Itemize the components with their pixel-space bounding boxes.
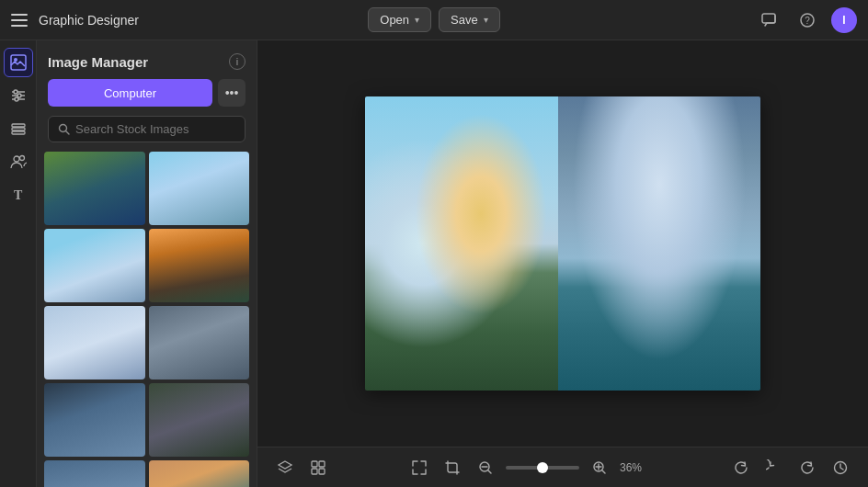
svg-text:?: ? — [805, 16, 810, 26]
history-icon — [832, 459, 849, 476]
expand-icon — [411, 459, 428, 476]
panel-info-button[interactable]: i — [229, 53, 246, 70]
undo-icon — [766, 459, 782, 476]
zoom-out-icon — [478, 460, 493, 475]
crop-icon — [444, 459, 461, 476]
svg-rect-11 — [12, 124, 25, 127]
svg-point-10 — [15, 97, 18, 101]
canvas-main[interactable] — [257, 40, 868, 447]
canvas-composition — [365, 96, 760, 391]
list-item[interactable] — [44, 306, 145, 379]
header-center: Open ▾ Save ▾ — [368, 7, 499, 32]
toolbar-right — [728, 455, 853, 481]
svg-line-26 — [488, 470, 491, 473]
list-item[interactable] — [149, 306, 250, 379]
svg-rect-0 — [762, 14, 775, 23]
layers-toolbar-icon — [277, 459, 293, 476]
sidebar-item-layers[interactable] — [4, 114, 33, 143]
history-button[interactable] — [828, 455, 853, 481]
text-icon: T — [10, 187, 27, 203]
svg-point-14 — [14, 156, 19, 162]
zoom-in-icon — [592, 460, 607, 475]
image-grid — [37, 152, 257, 487]
layers-icon — [10, 120, 27, 137]
search-input[interactable] — [75, 122, 235, 136]
sidebar-item-image-manager[interactable] — [4, 48, 33, 77]
redo-icon — [799, 459, 816, 476]
list-item[interactable] — [149, 152, 250, 225]
header: Graphic Designer Open ▾ Save ▾ ? I — [0, 0, 868, 40]
list-item[interactable] — [44, 460, 145, 487]
svg-point-15 — [19, 156, 24, 161]
save-button[interactable]: Save ▾ — [439, 7, 500, 32]
zoom-percentage: 36% — [620, 461, 653, 474]
layers-toggle-button[interactable] — [272, 455, 298, 481]
svg-rect-12 — [12, 128, 25, 130]
svg-point-8 — [14, 90, 17, 94]
grid-view-button[interactable] — [305, 455, 331, 481]
panel-title: Image Manager — [48, 54, 148, 70]
open-button[interactable]: Open ▾ — [368, 7, 431, 32]
svg-rect-21 — [319, 461, 325, 467]
zoom-slider[interactable] — [506, 466, 579, 470]
svg-text:T: T — [14, 188, 23, 202]
comment-button[interactable] — [754, 6, 783, 35]
list-item[interactable] — [44, 383, 145, 457]
refresh-button[interactable] — [728, 455, 754, 481]
search-icon — [58, 123, 70, 135]
panel-buttons: Computer ••• — [37, 79, 257, 116]
list-item[interactable] — [149, 460, 250, 487]
zoom-in-button[interactable] — [587, 455, 612, 481]
more-options-button[interactable]: ••• — [218, 79, 246, 107]
grid-icon — [310, 459, 326, 476]
svg-rect-23 — [319, 469, 325, 474]
computer-button[interactable]: Computer — [48, 79, 212, 107]
svg-rect-22 — [312, 469, 317, 474]
open-chevron-icon: ▾ — [415, 15, 419, 25]
toolbar-center: 36% — [406, 455, 653, 481]
toolbar-left — [272, 455, 331, 481]
search-bar — [48, 116, 246, 142]
svg-line-18 — [66, 131, 70, 135]
bottom-toolbar: 36% — [257, 447, 868, 487]
svg-line-30 — [602, 470, 605, 473]
help-icon: ? — [799, 12, 816, 28]
undo-button[interactable] — [761, 455, 787, 481]
refresh-icon — [733, 459, 749, 476]
menu-button[interactable] — [11, 11, 29, 29]
zoom-out-button[interactable] — [473, 455, 498, 481]
sidebar-item-people[interactable] — [4, 147, 33, 176]
zoom-slider-thumb[interactable] — [537, 462, 548, 473]
sidebar-item-filters[interactable] — [4, 81, 33, 110]
filters-icon — [10, 87, 27, 104]
redo-button[interactable] — [794, 455, 820, 481]
svg-marker-19 — [279, 461, 291, 469]
canvas-image-left — [365, 96, 558, 391]
comment-icon — [760, 12, 777, 28]
header-right: ? I — [500, 6, 857, 35]
header-left: Graphic Designer — [11, 11, 368, 29]
svg-point-9 — [17, 94, 21, 97]
list-item[interactable] — [44, 229, 145, 302]
help-button[interactable]: ? — [793, 6, 822, 35]
svg-rect-13 — [12, 131, 25, 134]
save-chevron-icon: ▾ — [484, 15, 488, 25]
app-title: Graphic Designer — [39, 13, 139, 28]
svg-rect-20 — [312, 461, 317, 467]
panel-header: Image Manager i — [37, 40, 257, 79]
sidebar-item-text[interactable]: T — [4, 180, 33, 210]
image-manager-panel: Image Manager i Computer ••• — [37, 40, 257, 487]
expand-button[interactable] — [406, 455, 432, 481]
canvas-image-right — [558, 96, 760, 391]
list-item[interactable] — [149, 229, 250, 302]
main-area: T Image Manager i Computer ••• — [0, 40, 868, 487]
avatar[interactable]: I — [831, 7, 857, 33]
image-manager-icon — [10, 54, 27, 71]
list-item[interactable] — [44, 152, 145, 225]
icon-sidebar: T — [0, 40, 37, 487]
canvas-area: 36% — [257, 40, 868, 487]
list-item[interactable] — [149, 383, 250, 457]
people-icon — [10, 153, 27, 170]
crop-button[interactable] — [440, 455, 465, 481]
